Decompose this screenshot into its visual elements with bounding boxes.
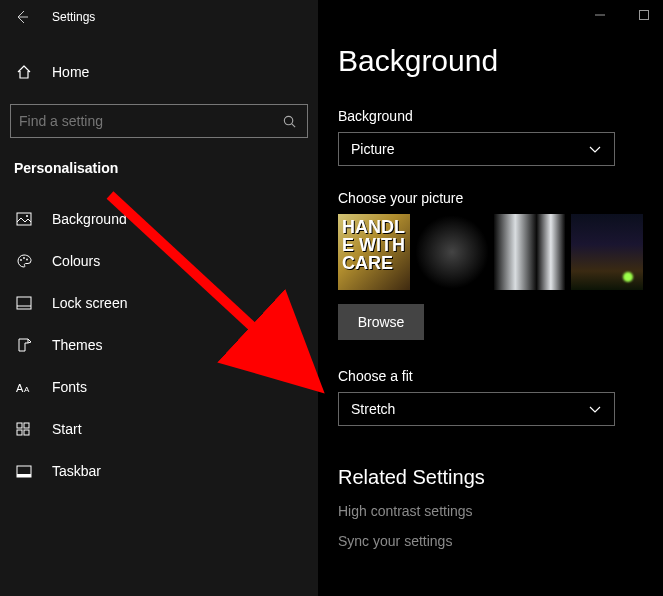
picture-thumbnails [338, 214, 643, 290]
choose-fit-label: Choose a fit [338, 368, 643, 384]
window-title: Settings [52, 10, 95, 24]
lockscreen-icon [16, 296, 34, 310]
picture-thumb-2[interactable] [416, 214, 488, 290]
themes-icon [16, 337, 34, 353]
nav-label: Colours [52, 253, 100, 269]
start-icon [16, 422, 34, 437]
sidebar-item-fonts[interactable]: AA Fonts [0, 366, 318, 408]
fit-select-value: Stretch [351, 401, 395, 417]
taskbar-icon [16, 465, 34, 478]
related-link-sync[interactable]: Sync your settings [338, 533, 643, 549]
chevron-down-icon [588, 404, 602, 414]
picture-thumb-1[interactable] [338, 214, 410, 290]
search-icon [282, 114, 297, 129]
page-title: Background [338, 44, 643, 78]
svg-rect-19 [640, 11, 649, 20]
home-icon [16, 64, 34, 80]
svg-rect-12 [17, 423, 22, 428]
nav-label: Taskbar [52, 463, 101, 479]
background-select-value: Picture [351, 141, 395, 157]
svg-rect-15 [24, 430, 29, 435]
sidebar: Settings Home Personalisation Backgro [0, 0, 318, 596]
picture-thumb-4[interactable] [571, 214, 643, 290]
home-button[interactable]: Home [0, 52, 318, 92]
svg-text:A: A [16, 382, 24, 394]
svg-rect-8 [17, 297, 31, 309]
window-controls [591, 6, 653, 24]
sidebar-item-colours[interactable]: Colours [0, 240, 318, 282]
chevron-down-icon [588, 144, 602, 154]
minimize-button[interactable] [591, 6, 609, 24]
palette-icon [16, 253, 34, 269]
svg-rect-17 [17, 474, 31, 477]
fonts-icon: AA [16, 380, 34, 394]
svg-point-6 [23, 257, 25, 259]
nav-label: Lock screen [52, 295, 127, 311]
svg-rect-13 [24, 423, 29, 428]
sidebar-item-taskbar[interactable]: Taskbar [0, 450, 318, 492]
svg-rect-3 [17, 213, 31, 225]
back-button[interactable] [10, 5, 34, 29]
nav-label: Background [52, 211, 127, 227]
svg-rect-14 [17, 430, 22, 435]
svg-point-7 [26, 259, 28, 261]
svg-point-4 [26, 215, 28, 217]
nav-list: Background Colours Lock screen Themes [0, 198, 318, 492]
background-label: Background [338, 108, 643, 124]
nav-label: Fonts [52, 379, 87, 395]
section-label: Personalisation [0, 146, 318, 186]
nav-label: Themes [52, 337, 103, 353]
svg-text:A: A [24, 385, 30, 394]
picture-icon [16, 212, 34, 226]
titlebar: Settings [0, 0, 318, 34]
search-box[interactable] [10, 104, 308, 138]
sidebar-item-themes[interactable]: Themes [0, 324, 318, 366]
main-content: Background Background Picture Choose you… [318, 0, 663, 596]
home-label: Home [52, 64, 89, 80]
nav-label: Start [52, 421, 82, 437]
sidebar-item-lockscreen[interactable]: Lock screen [0, 282, 318, 324]
sidebar-item-start[interactable]: Start [0, 408, 318, 450]
sidebar-item-background[interactable]: Background [0, 198, 318, 240]
background-select[interactable]: Picture [338, 132, 615, 166]
related-settings-title: Related Settings [338, 466, 643, 489]
related-link-high-contrast[interactable]: High contrast settings [338, 503, 643, 519]
fit-select[interactable]: Stretch [338, 392, 615, 426]
choose-picture-label: Choose your picture [338, 190, 643, 206]
svg-point-1 [284, 116, 292, 124]
picture-thumb-3[interactable] [494, 214, 566, 290]
browse-button[interactable]: Browse [338, 304, 424, 340]
search-input[interactable] [19, 113, 282, 129]
svg-line-2 [292, 123, 295, 126]
maximize-button[interactable] [635, 6, 653, 24]
svg-point-5 [20, 259, 22, 261]
